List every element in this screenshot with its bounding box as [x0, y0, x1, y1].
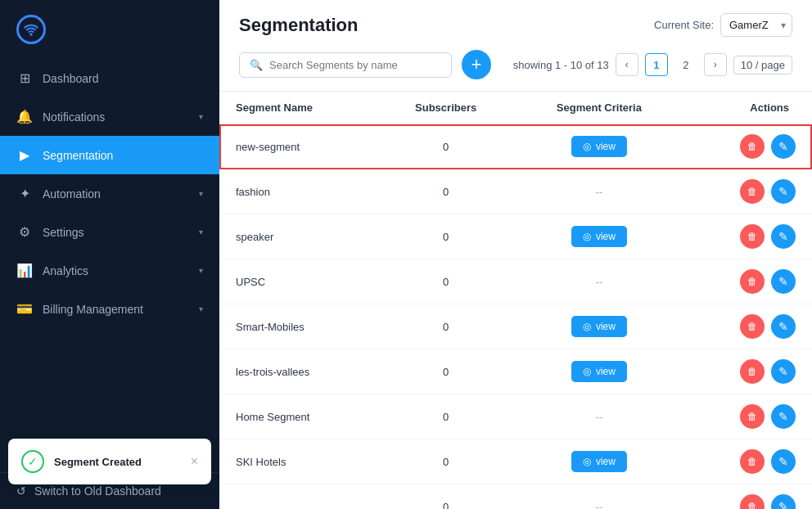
cell-segment-name: Home Segment [219, 394, 377, 439]
cell-segment-name: new-segment [219, 124, 377, 169]
cell-actions: 🗑✎ [684, 214, 812, 259]
notifications-chevron: ▾ [199, 112, 203, 121]
segments-table: Segment Name Subscribers Segment Criteri… [219, 92, 812, 509]
cell-criteria: ◎ view [514, 439, 684, 484]
billing-label: Billing Management [43, 303, 143, 316]
wifi-icon [16, 15, 46, 44]
billing-icon: 💳 [16, 301, 33, 317]
edit-segment-button[interactable]: ✎ [771, 179, 796, 204]
sidebar-item-settings[interactable]: ⚙ Settings ▾ [0, 213, 219, 251]
edit-segment-button[interactable]: ✎ [771, 449, 796, 474]
cell-segment-name: Smart-Mobiles [219, 304, 377, 349]
cell-actions: 🗑✎ [684, 394, 812, 439]
cell-actions: 🗑✎ [684, 259, 812, 304]
segmentation-label: Segmentation [43, 149, 113, 162]
segments-table-wrap: Segment Name Subscribers Segment Criteri… [219, 92, 812, 509]
view-criteria-button[interactable]: ◎ view [571, 226, 627, 247]
sidebar-item-billing[interactable]: 💳 Billing Management ▾ [0, 290, 219, 328]
add-segment-button[interactable]: + [462, 50, 491, 79]
per-page-label[interactable]: 10 / page [733, 56, 792, 74]
pagination-next-page[interactable]: 2 [674, 53, 697, 76]
toast-notification: ✓ Segment Created × [8, 439, 211, 484]
svg-point-0 [30, 34, 32, 35]
table-row: fashion0--🗑✎ [219, 169, 812, 214]
delete-segment-button[interactable]: 🗑 [740, 404, 765, 429]
dashboard-icon: ⊞ [16, 70, 33, 86]
edit-segment-button[interactable]: ✎ [771, 314, 796, 339]
switch-label: Switch to Old Dashboard [34, 484, 161, 498]
cell-subscribers: 0 [377, 259, 513, 304]
cell-segment-name: SKI Hotels [219, 439, 377, 484]
cell-actions: 🗑✎ [684, 484, 812, 510]
delete-segment-button[interactable]: 🗑 [740, 359, 765, 384]
cell-actions: 🗑✎ [684, 439, 812, 484]
no-criteria: -- [596, 501, 603, 510]
cell-criteria: ◎ view [514, 304, 684, 349]
edit-segment-button[interactable]: ✎ [771, 134, 796, 159]
switch-icon: ↺ [16, 484, 26, 498]
delete-segment-button[interactable]: 🗑 [740, 179, 765, 204]
dashboard-label: Dashboard [43, 72, 99, 85]
view-criteria-button[interactable]: ◎ view [571, 316, 627, 337]
pagination-info: showing 1 - 10 of 13 ‹ 1 2 › 10 / page [513, 53, 792, 76]
cell-segment-name [219, 484, 377, 510]
delete-segment-button[interactable]: 🗑 [740, 449, 765, 474]
toast-message: Segment Created [54, 456, 181, 468]
pagination-current-page[interactable]: 1 [645, 53, 668, 76]
pagination-prev[interactable]: ‹ [616, 53, 638, 76]
current-site-label: Current Site: [654, 19, 714, 31]
site-select[interactable]: GamerZ [720, 13, 792, 37]
no-criteria: -- [596, 411, 603, 423]
cell-subscribers: 0 [377, 214, 513, 259]
cell-subscribers: 0 [377, 439, 513, 484]
delete-segment-button[interactable]: 🗑 [740, 314, 765, 339]
col-actions: Actions [684, 92, 812, 124]
edit-segment-button[interactable]: ✎ [771, 494, 796, 509]
col-criteria: Segment Criteria [514, 92, 684, 124]
toast-close-button[interactable]: × [191, 454, 198, 469]
sidebar-item-dashboard[interactable]: ⊞ Dashboard [0, 59, 219, 97]
table-row: new-segment0◎ view🗑✎ [219, 124, 812, 169]
cell-criteria: ◎ view [514, 349, 684, 394]
sidebar-item-analytics[interactable]: 📊 Analytics ▾ [0, 251, 219, 290]
pagination-next[interactable]: › [704, 53, 727, 76]
cell-subscribers: 0 [377, 169, 513, 214]
cell-segment-name: les-trois-vallees [219, 349, 377, 394]
edit-segment-button[interactable]: ✎ [771, 404, 796, 429]
notifications-icon: 🔔 [16, 109, 33, 124]
edit-segment-button[interactable]: ✎ [771, 224, 796, 249]
col-segment-name: Segment Name [219, 92, 377, 124]
delete-segment-button[interactable]: 🗑 [740, 269, 765, 294]
table-row: speaker0◎ view🗑✎ [219, 214, 812, 259]
cell-subscribers: 0 [377, 124, 513, 169]
sidebar-item-automation[interactable]: ✦ Automation ▾ [0, 174, 219, 213]
cell-subscribers: 0 [377, 484, 513, 510]
sidebar-item-notifications[interactable]: 🔔 Notifications ▾ [0, 97, 219, 136]
edit-segment-button[interactable]: ✎ [771, 269, 796, 294]
view-criteria-button[interactable]: ◎ view [571, 136, 627, 157]
notifications-label: Notifications [43, 110, 105, 124]
analytics-chevron: ▾ [199, 266, 203, 275]
col-subscribers: Subscribers [377, 92, 513, 124]
search-input[interactable] [269, 59, 441, 71]
toolbar: 🔍 + showing 1 - 10 of 13 ‹ 1 2 › 10 / pa… [239, 50, 792, 91]
cell-segment-name: speaker [219, 214, 377, 259]
view-criteria-button[interactable]: ◎ view [571, 451, 627, 472]
cell-actions: 🗑✎ [684, 124, 812, 169]
delete-segment-button[interactable]: 🗑 [740, 224, 765, 249]
cell-criteria: ◎ view [514, 214, 684, 259]
delete-segment-button[interactable]: 🗑 [740, 134, 765, 159]
view-criteria-button[interactable]: ◎ view [571, 361, 627, 382]
logo-area [0, 0, 219, 59]
search-icon: 🔍 [250, 59, 263, 71]
page-header: Segmentation Current Site: GamerZ 🔍 + sh… [219, 0, 812, 92]
settings-icon: ⚙ [16, 224, 33, 240]
table-row: Home Segment0--🗑✎ [219, 394, 812, 439]
sidebar-navigation: ⊞ Dashboard 🔔 Notifications ▾ ▶ Segmenta… [0, 59, 219, 472]
delete-segment-button[interactable]: 🗑 [740, 494, 765, 509]
sidebar-item-segmentation[interactable]: ▶ Segmentation [0, 136, 219, 174]
search-box: 🔍 [239, 52, 452, 78]
table-body: new-segment0◎ view🗑✎fashion0--🗑✎speaker0… [219, 124, 812, 510]
table-row: les-trois-vallees0◎ view🗑✎ [219, 349, 812, 394]
edit-segment-button[interactable]: ✎ [771, 359, 796, 384]
